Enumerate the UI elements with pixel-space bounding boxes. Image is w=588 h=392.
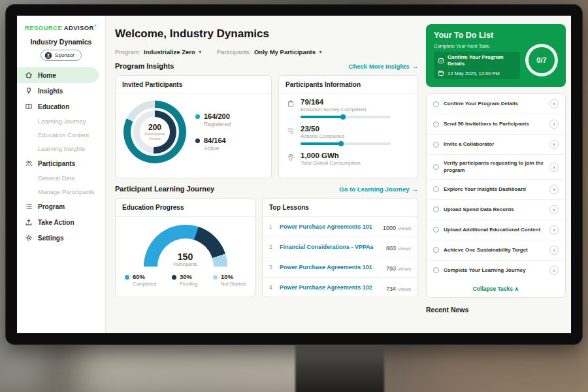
task-label: Upload Additional Educational Content <box>444 227 545 233</box>
participants-select[interactable]: Only My Participants ▼ <box>254 48 323 56</box>
card-title: Invited Participants <box>116 76 271 94</box>
task-radio[interactable] <box>433 267 439 273</box>
legend-dot <box>172 275 176 280</box>
logo-advisor: ADVISOR <box>64 24 94 31</box>
chevron-right-icon[interactable]: › <box>549 225 559 235</box>
chevron-down-icon: ▼ <box>198 50 203 54</box>
legend-dot <box>213 275 218 280</box>
task-radio[interactable] <box>433 186 439 192</box>
todo-next-task-label: Confirm Your Program Details <box>448 54 516 67</box>
sidebar-item-label: Participants <box>38 160 75 167</box>
todo-due-date-label: 12 May 2025, 12:00 PM <box>448 71 500 76</box>
chevron-right-icon[interactable]: › <box>549 266 559 275</box>
task-radio[interactable] <box>433 101 439 107</box>
todo-title: Your To Do List <box>434 31 558 40</box>
sidebar-item-education-content[interactable]: Education Content <box>17 128 105 142</box>
task-row-invite-collaborator[interactable]: Invite a Collaborator › <box>427 135 565 155</box>
lesson-link[interactable]: Financial Considerations - VPPAs <box>280 244 381 250</box>
screen: RESOURCE ADVISOR+ Industry Dynamics Spon… <box>17 16 571 333</box>
info-row-actions: 23/50 Actions Completed <box>279 121 417 148</box>
lesson-row: 3 Power Purchase Agreements 101 793views <box>263 257 417 278</box>
go-to-learning-journey-link[interactable]: Go to Learning Journey → <box>339 186 418 193</box>
collapse-tasks-button[interactable]: Collapse Tasks ∧ <box>427 280 565 297</box>
task-radio[interactable] <box>433 164 439 170</box>
chevron-right-icon[interactable]: › <box>549 205 559 214</box>
list-icon <box>25 203 33 210</box>
task-radio[interactable] <box>433 247 439 253</box>
sidebar-item-home[interactable]: Home <box>17 67 99 83</box>
monitor-bezel: RESOURCE ADVISOR+ Industry Dynamics Spon… <box>5 4 583 345</box>
checklist-icon <box>287 127 295 135</box>
sidebar-item-learning-insights[interactable]: Learning Insights <box>17 142 105 155</box>
checkbox-icon[interactable] <box>438 57 444 64</box>
actions-progress-bar <box>301 142 391 145</box>
sidebar-item-program[interactable]: Program <box>17 199 105 214</box>
todo-next-task-row[interactable]: Confirm Your Program Details <box>438 54 516 67</box>
task-radio[interactable] <box>433 122 439 127</box>
legend-value: 60% <box>133 273 156 280</box>
collapse-label: Collapse Tasks <box>473 286 513 292</box>
lesson-link[interactable]: Power Purchase Agreements 102 <box>280 284 381 291</box>
task-row-explore-insights[interactable]: Explore Your Insights Dashboard › <box>427 180 565 200</box>
lesson-link[interactable]: Power Purchase Agreements 101 <box>280 223 378 230</box>
sidebar-item-general-data[interactable]: General Data <box>17 171 105 185</box>
legend-label: Registered <box>204 121 231 127</box>
chevron-right-icon[interactable]: › <box>549 246 559 255</box>
program-select[interactable]: Industrialize Zero ▼ <box>144 48 203 56</box>
lesson-link[interactable]: Power Purchase Agreements 101 <box>280 264 381 270</box>
task-row-confirm-program[interactable]: Confirm Your Program Details › <box>427 94 565 114</box>
legend-item-pending: 30% Pending <box>172 273 198 287</box>
main-content: Welcome, Industry Dynamics Program: Indu… <box>106 16 425 333</box>
legend-value: 84/164 <box>204 137 226 144</box>
info-label: Actions Completed <box>301 133 391 139</box>
task-row-upload-spend-data[interactable]: Upload Spend Data Records › <box>427 200 565 220</box>
task-row-verify-participants[interactable]: Verify participants requesting to join t… <box>427 155 565 180</box>
lesson-row: 2 Financial Considerations - VPPAs 803vi… <box>263 237 417 257</box>
lesson-views-count: 1000 <box>383 225 396 231</box>
task-radio[interactable] <box>433 142 439 148</box>
sidebar-item-insights[interactable]: Insights <box>17 83 105 99</box>
users-icon <box>25 159 33 167</box>
recent-news-title: Recent News <box>426 306 566 314</box>
lesson-rank: 4 <box>269 284 274 291</box>
sidebar-item-participants[interactable]: Participants <box>17 155 105 171</box>
task-label: Achieve One Sustainability Target <box>444 247 545 253</box>
arrow-right-icon: → <box>412 186 419 193</box>
progress-fill <box>301 142 342 145</box>
chevron-right-icon[interactable]: › <box>549 185 559 194</box>
chevron-right-icon[interactable]: › <box>549 120 559 129</box>
info-value: 1,000 GWh <box>301 152 361 159</box>
chevron-right-icon[interactable]: › <box>549 140 559 149</box>
donut-center: 200 Participants Invited <box>140 117 170 147</box>
task-row-send-invitations[interactable]: Send 50 Invitations to Participants › <box>427 114 565 135</box>
info-label: Emission Survey Completed <box>301 106 391 112</box>
task-radio[interactable] <box>433 227 439 233</box>
sidebar-item-education[interactable]: Education <box>17 99 105 114</box>
progress-fill <box>301 116 344 118</box>
todo-progress-value: 0/7 <box>525 44 558 76</box>
task-row-complete-learning-journey[interactable]: Complete Your Learning Journey › <box>427 261 565 280</box>
task-row-achieve-target[interactable]: Achieve One Sustainability Target › <box>427 240 565 261</box>
task-radio[interactable] <box>433 206 439 212</box>
sidebar-item-learning-journey[interactable]: Learning Journey <box>17 114 105 128</box>
education-progress-card: Education Progress 150 Participants 60% <box>115 198 255 297</box>
chevron-right-icon[interactable]: › <box>549 99 559 108</box>
info-value: 23/50 <box>301 125 391 133</box>
app-logo: RESOURCE ADVISOR+ <box>17 24 105 37</box>
lightbulb-icon <box>25 87 33 95</box>
task-label: Complete Your Learning Journey <box>444 267 545 274</box>
task-row-upload-educational-content[interactable]: Upload Additional Educational Content › <box>427 220 565 240</box>
legend-label: Completed <box>133 281 156 287</box>
sidebar-item-label: Manage Participants <box>38 188 95 195</box>
todo-due-date: 12 May 2025, 12:00 PM <box>438 70 516 76</box>
section-title-learning-journey: Participant Learning Journey <box>115 185 214 193</box>
clipboard-icon <box>287 100 295 108</box>
sidebar-item-manage-participants[interactable]: Manage Participants <box>17 185 105 199</box>
sidebar-item-settings[interactable]: Settings <box>17 230 105 246</box>
chevron-down-icon: ▼ <box>318 50 323 54</box>
participants-select-value: Only My Participants <box>254 48 316 56</box>
check-more-insights-link[interactable]: Check More Insights → <box>349 63 418 70</box>
gauge-center-value: 150 <box>144 252 227 262</box>
chevron-right-icon[interactable]: › <box>549 163 559 172</box>
sidebar-item-take-action[interactable]: Take Action <box>17 214 105 230</box>
